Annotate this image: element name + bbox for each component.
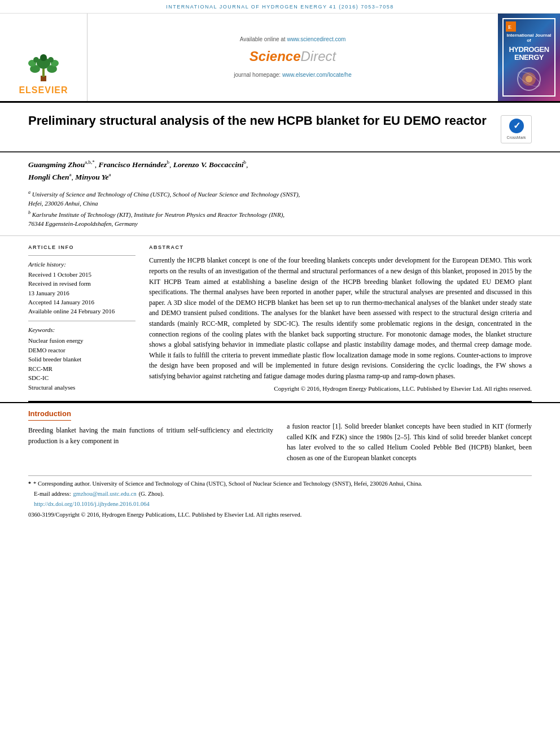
authors-section: Guangming Zhoua,b,*, Francisco Hernández…	[0, 152, 560, 187]
author-hongli: Hongli Chen	[28, 173, 69, 181]
author-minyou: Minyou Ye	[75, 173, 108, 181]
journal-top-bar: INTERNATIONAL JOURNAL OF HYDROGEN ENERGY…	[0, 0, 560, 14]
crossmark-text: CrossMark	[507, 135, 526, 141]
authors-line: Guangming Zhoua,b,*, Francisco Hernández…	[28, 158, 532, 183]
svg-point-8	[33, 57, 39, 63]
available-online-label: Available online at www.sciencedirect.co…	[240, 36, 346, 43]
crossmark-badge: ✓ CrossMark	[501, 115, 532, 143]
cover-journal-subtitle: HYDROGEN ENERGY	[509, 46, 549, 62]
svg-point-9	[48, 57, 54, 63]
received-revised-label: Received in revised form	[28, 279, 135, 288]
author-minyou-sup: a	[109, 172, 111, 177]
copyright-line: Copyright © 2016, Hydrogen Energy Public…	[149, 384, 532, 394]
email-line: E-mail address: gmzhou@mail.ustc.edu.cn …	[34, 490, 532, 499]
svg-point-7	[40, 54, 47, 61]
email-label: E-mail address:	[34, 490, 71, 499]
asterisk-icon: *	[28, 479, 31, 488]
article-info-column: ARTICLE INFO Article history: Received 1…	[28, 244, 135, 393]
cover-journal-title: International Journal of	[506, 33, 552, 43]
received-1: Received 1 October 2015	[28, 270, 135, 279]
abstract-text: Currently the HCPB blanket concept is on…	[149, 255, 532, 381]
article-info-abstract-section: ARTICLE INFO Article history: Received 1…	[0, 236, 560, 401]
abstract-label: ABSTRACT	[149, 244, 532, 251]
keyword-6: Structural analyses	[28, 383, 135, 392]
doi-link[interactable]: http://dx.doi.org/10.1016/j.ijhydene.201…	[34, 501, 150, 507]
body-right-col: a fusion reactor [1]. Solid breeder blan…	[287, 409, 532, 463]
keyword-4: RCC-MR	[28, 364, 135, 374]
keyword-1: Nuclear fusion energy	[28, 336, 135, 346]
issn-line: 0360-3199/Copyright © 2016, Hydrogen Ene…	[28, 510, 532, 520]
svg-text:✓: ✓	[513, 121, 520, 130]
keywords-title: Keywords:	[28, 326, 135, 334]
crossmark-icon: ✓	[509, 118, 524, 134]
journal-header: ELSEVIER Available online at www.science…	[0, 14, 560, 103]
article-title: Preliminary structural analysis of the n…	[28, 113, 489, 129]
sciencedirect-url[interactable]: www.sciencedirect.com	[287, 36, 345, 42]
accepted-date: Accepted 14 January 2016	[28, 298, 135, 307]
author-lorenzo: Lorenzo V. Boccaccini	[173, 160, 244, 169]
elsevier-tree-icon	[24, 53, 63, 84]
corresponding-author-note: * * Corresponding author. University of …	[28, 479, 532, 489]
keyword-2: DEMO reactor	[28, 346, 135, 355]
affiliation-a: a University of Science and Technology o…	[28, 189, 532, 208]
body-content: Introduction Breeding blanket having the…	[0, 402, 560, 469]
sciencedirect-logo: ScienceDirect	[250, 47, 336, 66]
journal-title-bar: INTERNATIONAL JOURNAL OF HYDROGEN ENERGY…	[166, 4, 394, 10]
keyword-3: Solid breeder blanket	[28, 355, 135, 364]
intro-text-right: a fusion reactor [1]. Solid breeder blan…	[287, 421, 532, 463]
divider-1	[28, 255, 135, 256]
author-francisco: Francisco Hernández	[98, 160, 167, 169]
cover-elsevier-icon: E	[506, 21, 516, 32]
cover-decoration	[515, 65, 543, 93]
available-online-date: Available online 24 February 2016	[28, 307, 135, 316]
journal-homepage: journal homepage: www.elsevier.com/locat…	[234, 71, 351, 79]
journal-cover-inner: E International Journal of HYDROGEN ENER…	[502, 18, 555, 97]
affiliation-b: b Karlsruhe Institute of Technology (KIT…	[28, 209, 532, 229]
email-link[interactable]: gmzhou@mail.ustc.edu.cn	[73, 490, 137, 499]
intro-heading: Introduction	[28, 409, 71, 421]
svg-point-14	[526, 76, 532, 82]
body-two-col: Introduction Breeding blanket having the…	[28, 409, 532, 463]
keyword-5: SDC-IC	[28, 373, 135, 383]
corresponding-author-text: * Corresponding author. University of Sc…	[33, 479, 422, 489]
article-info-label: ARTICLE INFO	[28, 244, 135, 251]
svg-text:E: E	[508, 24, 511, 30]
footer-notes: * * Corresponding author. University of …	[0, 479, 560, 522]
intro-text-left: Breeding blanket having the main functio…	[28, 425, 273, 446]
elsevier-logo-text: ELSEVIER	[19, 84, 68, 97]
journal-cover: E International Journal of HYDROGEN ENER…	[498, 14, 560, 102]
journal-url[interactable]: www.elsevier.com/locate/he	[282, 72, 352, 78]
received-revised-date: 13 January 2016	[28, 289, 135, 298]
center-header: Available online at www.sciencedirect.co…	[88, 14, 498, 102]
email-attribution: (G. Zhou).	[139, 490, 164, 499]
doi-line: http://dx.doi.org/10.1016/j.ijhydene.201…	[34, 500, 532, 509]
abstract-column: ABSTRACT Currently the HCPB blanket conc…	[149, 244, 532, 393]
article-history-title: Article history:	[28, 260, 135, 269]
article-title-section: Preliminary structural analysis of the n…	[0, 103, 560, 152]
body-left-col: Introduction Breeding blanket having the…	[28, 409, 273, 463]
divider-2	[28, 321, 135, 321]
footer-divider	[28, 475, 532, 476]
author-guangming: Guangming Zhou	[28, 160, 85, 169]
elsevier-logo-area: ELSEVIER	[0, 14, 88, 102]
author-guangming-sup: a,b,*	[85, 159, 95, 165]
affiliations-section: a University of Science and Technology o…	[0, 188, 560, 236]
